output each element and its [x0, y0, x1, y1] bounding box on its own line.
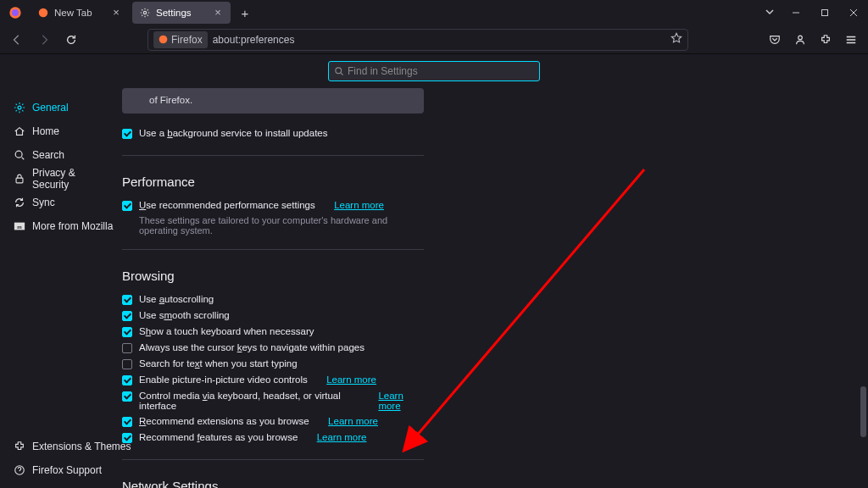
- svg-point-2: [39, 8, 48, 18]
- sidebar-item-search[interactable]: Search: [8, 144, 119, 166]
- search-icon: [334, 66, 344, 76]
- tab-title: New Tab: [54, 8, 105, 18]
- checkbox-icon[interactable]: [122, 343, 132, 353]
- settings-search-input[interactable]: Find in Settings: [328, 61, 540, 81]
- gear-icon: [14, 102, 25, 114]
- tabs-dropdown-button[interactable]: [765, 7, 775, 19]
- firefox-favicon-icon: [159, 35, 168, 44]
- reload-button[interactable]: [59, 28, 83, 52]
- puzzle-icon: [14, 441, 25, 452]
- browsing-row[interactable]: Always use the cursor keys to navigate w…: [122, 340, 424, 356]
- checkbox-label: Always use the cursor keys to navigate w…: [139, 342, 364, 352]
- browsing-row[interactable]: Control media via keyboard, headset, or …: [122, 388, 424, 413]
- content-area: Find in Settings General Home Search Pri…: [0, 54, 868, 488]
- checkbox-icon[interactable]: [122, 295, 132, 305]
- settings-sidebar: General Home Search Privacy & Security S…: [0, 54, 119, 488]
- learn-more-link[interactable]: Learn more: [328, 416, 378, 426]
- firefox-logo-icon: [5, 3, 25, 23]
- browsing-row[interactable]: Search for text when you start typing: [122, 356, 424, 372]
- svg-point-7: [798, 36, 803, 40]
- sidebar-item-more-mozilla[interactable]: m More from Mozilla: [8, 215, 119, 237]
- tab-new-tab[interactable]: New Tab ×: [31, 2, 129, 24]
- scrollbar-thumb[interactable]: [860, 386, 866, 437]
- checkbox-icon[interactable]: [122, 129, 132, 139]
- bg-service-checkbox-row[interactable]: Use a background service to install upda…: [122, 125, 424, 141]
- update-info-strip: of Firefox.: [122, 88, 424, 114]
- sidebar-item-label: Extensions & Themes: [32, 441, 131, 452]
- svg-point-3: [143, 11, 146, 14]
- app-menu-button[interactable]: [839, 28, 863, 52]
- perf-recommended-row[interactable]: Use recommended performance settings Lea…: [122, 197, 424, 214]
- checkbox-icon[interactable]: [122, 375, 132, 385]
- account-button[interactable]: [788, 28, 812, 52]
- learn-more-link[interactable]: Learn more: [378, 391, 424, 411]
- sidebar-item-label: Privacy & Security: [32, 167, 114, 191]
- svg-point-10: [15, 151, 22, 158]
- checkbox-icon[interactable]: [122, 417, 132, 427]
- divider: [122, 249, 424, 250]
- back-button[interactable]: [5, 28, 29, 52]
- identity-box[interactable]: Firefox: [153, 31, 208, 48]
- url-bar[interactable]: Firefox about:preferences: [147, 29, 688, 51]
- search-placeholder: Find in Settings: [348, 65, 418, 77]
- learn-more-link[interactable]: Learn more: [334, 200, 384, 210]
- sidebar-item-label: Sync: [32, 197, 55, 208]
- perf-note: These settings are tailored to your comp…: [122, 215, 424, 236]
- divider: [122, 459, 424, 460]
- svg-point-1: [12, 9, 19, 16]
- gear-icon: [139, 7, 151, 19]
- checkbox-label: Search for text when you start typing: [139, 358, 298, 369]
- new-tab-button[interactable]: +: [234, 2, 256, 24]
- browsing-row[interactable]: Recommend features as you browse Learn m…: [122, 430, 424, 446]
- checkbox-icon[interactable]: [122, 327, 132, 337]
- learn-more-link[interactable]: Learn more: [326, 374, 376, 385]
- close-icon[interactable]: ×: [212, 7, 224, 19]
- checkbox-label: Recommend extensions as you browse: [139, 416, 309, 426]
- sidebar-item-home[interactable]: Home: [8, 120, 119, 142]
- performance-heading: Performance: [122, 175, 424, 189]
- info-strip-text: of Firefox.: [149, 95, 192, 105]
- sidebar-item-support[interactable]: Firefox Support: [8, 459, 136, 481]
- lock-icon: [14, 173, 25, 185]
- identity-label: Firefox: [171, 34, 203, 46]
- maximize-button[interactable]: [810, 0, 839, 25]
- checkbox-icon[interactable]: [122, 201, 132, 211]
- browsing-row[interactable]: Use autoscrolling: [122, 291, 424, 308]
- browsing-heading: Browsing: [122, 269, 424, 283]
- checkbox-label: Use a background service to install upda…: [139, 128, 327, 138]
- sidebar-item-extensions[interactable]: Extensions & Themes: [8, 435, 136, 458]
- browsing-row[interactable]: Show a touch keyboard when necessary: [122, 324, 424, 340]
- svg-rect-5: [822, 10, 828, 16]
- checkbox-label: Recommend features as you browse: [139, 432, 298, 442]
- minimize-button[interactable]: [782, 0, 810, 25]
- forward-button[interactable]: [32, 28, 56, 52]
- extensions-button[interactable]: [814, 28, 837, 52]
- learn-more-link[interactable]: Learn more: [317, 432, 367, 442]
- tab-settings[interactable]: Settings ×: [132, 2, 231, 24]
- close-icon[interactable]: ×: [110, 7, 122, 19]
- checkbox-icon[interactable]: [122, 311, 132, 321]
- close-window-button[interactable]: [839, 0, 868, 25]
- browsing-row[interactable]: Use smooth scrolling: [122, 308, 424, 324]
- sidebar-item-general[interactable]: General: [8, 97, 119, 119]
- titlebar: New Tab × Settings × +: [0, 0, 868, 25]
- save-to-pocket-button[interactable]: [763, 28, 787, 52]
- svg-text:m: m: [17, 224, 22, 230]
- sidebar-item-label: Search: [32, 149, 64, 161]
- sidebar-item-privacy[interactable]: Privacy & Security: [8, 168, 119, 190]
- checkbox-label: Use smooth scrolling: [139, 310, 230, 320]
- checkbox-label: Use autoscrolling: [139, 294, 214, 304]
- settings-main: of Firefox. Use a background service to …: [119, 54, 868, 488]
- checkbox-icon[interactable]: [122, 359, 132, 369]
- checkbox-icon[interactable]: [122, 433, 132, 443]
- checkbox-icon[interactable]: [122, 391, 132, 402]
- browsing-row[interactable]: Recommend extensions as you browse Learn…: [122, 413, 424, 430]
- checkbox-label: Use recommended performance settings: [139, 200, 315, 210]
- sidebar-item-label: General: [32, 102, 69, 114]
- sidebar-item-sync[interactable]: Sync: [8, 191, 119, 214]
- browsing-row[interactable]: Enable picture-in-picture video controls…: [122, 372, 424, 388]
- help-icon: [14, 464, 25, 476]
- home-icon: [14, 125, 25, 137]
- bookmark-star-icon[interactable]: [670, 32, 682, 47]
- checkbox-label: Control media via keyboard, headset, or …: [139, 391, 359, 411]
